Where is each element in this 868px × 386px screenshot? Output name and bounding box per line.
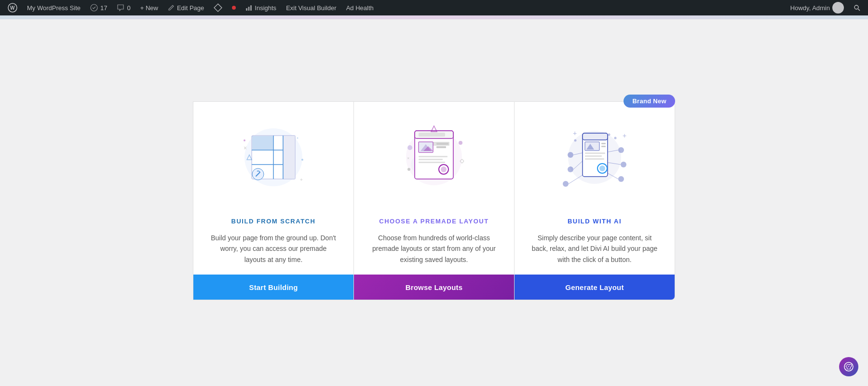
comments-item[interactable]: 0 <box>113 0 134 15</box>
svg-text:W: W <box>10 5 15 11</box>
page-wrapper: Brand New <box>0 15 868 386</box>
build-from-scratch-card: × + BUILD FROM SCRATCH Build your page f… <box>193 101 353 300</box>
status-dot <box>228 0 240 15</box>
build-with-ai-title: BUILD WITH AI <box>568 218 622 225</box>
ai-brain-icon[interactable] <box>839 357 858 376</box>
svg-rect-32 <box>436 146 446 148</box>
svg-point-50 <box>618 176 624 182</box>
svg-point-37 <box>441 166 447 172</box>
insights-item[interactable]: Insights <box>242 0 280 15</box>
browse-layouts-button[interactable]: Browse Layouts <box>354 275 514 300</box>
svg-rect-61 <box>601 143 606 144</box>
svg-rect-26 <box>419 133 445 137</box>
top-bar-decoration <box>0 15 868 19</box>
svg-text:+: + <box>573 129 577 137</box>
build-with-ai-card: + + BUILD WITH AI Simply describe your p… <box>514 101 675 300</box>
svg-point-49 <box>621 162 626 167</box>
svg-rect-5 <box>250 5 252 11</box>
svg-text:+: + <box>300 177 303 182</box>
svg-rect-35 <box>419 162 445 163</box>
svg-point-6 <box>854 5 858 9</box>
choose-premade-layout-illustration: × <box>354 102 514 208</box>
svg-rect-63 <box>585 152 605 154</box>
cards-container: Brand New <box>193 101 675 300</box>
svg-rect-62 <box>601 146 606 147</box>
svg-rect-31 <box>436 143 448 145</box>
svg-rect-64 <box>585 155 602 157</box>
svg-point-45 <box>568 152 573 158</box>
choose-premade-layout-card: × CHOOSE A PREMADE LAYOUT Choose from hu… <box>353 101 514 300</box>
svg-point-18 <box>297 137 298 138</box>
choose-premade-layout-description: Choose from hundreds of world-class prem… <box>369 233 499 265</box>
exit-visual-builder[interactable]: Exit Visual Builder <box>282 0 340 15</box>
svg-point-2 <box>91 4 97 11</box>
svg-rect-58 <box>583 133 608 140</box>
svg-rect-65 <box>585 158 604 160</box>
generate-layout-button[interactable]: Generate Layout <box>515 275 675 300</box>
svg-point-70 <box>608 133 610 136</box>
svg-point-40 <box>407 168 410 171</box>
site-name[interactable]: My WordPress Site <box>23 0 84 15</box>
build-with-ai-description: Simply describe your page content, sit b… <box>530 233 659 265</box>
svg-point-48 <box>618 147 624 153</box>
svg-point-38 <box>407 145 412 150</box>
svg-rect-13 <box>252 136 273 150</box>
new-item[interactable]: + New <box>136 0 162 15</box>
brand-new-badge: Brand New <box>624 95 675 108</box>
build-from-scratch-description: Build your page from the ground up. Don'… <box>209 233 338 265</box>
svg-rect-33 <box>419 156 448 157</box>
svg-rect-3 <box>246 8 247 11</box>
svg-point-16 <box>244 139 245 141</box>
svg-point-67 <box>599 165 605 171</box>
build-from-scratch-content: BUILD FROM SCRATCH Build your page from … <box>193 208 353 275</box>
wp-logo[interactable]: W <box>4 0 21 15</box>
svg-point-17 <box>301 159 303 161</box>
svg-text:+: + <box>623 132 626 139</box>
user-avatar <box>832 2 844 14</box>
user-greeting[interactable]: Howdy, Admin <box>787 0 848 15</box>
updates-item[interactable]: 17 <box>86 0 111 15</box>
build-from-scratch-illustration: × + <box>193 102 353 208</box>
ad-health[interactable]: Ad Health <box>342 0 378 15</box>
admin-bar: W My WordPress Site 17 0 + New Edit Page <box>0 0 868 15</box>
build-with-ai-content: BUILD WITH AI Simply describe your page … <box>515 208 675 275</box>
search-icon-item[interactable] <box>850 0 864 15</box>
edit-page-item[interactable]: Edit Page <box>164 0 208 15</box>
svg-text:×: × <box>407 156 409 161</box>
choose-premade-layout-content: CHOOSE A PREMADE LAYOUT Choose from hund… <box>354 208 514 275</box>
svg-point-47 <box>563 181 569 187</box>
adminbar-right: Howdy, Admin <box>787 0 864 15</box>
svg-text:×: × <box>244 145 247 152</box>
build-from-scratch-title: BUILD FROM SCRATCH <box>231 218 316 225</box>
svg-point-71 <box>614 137 617 139</box>
svg-point-72 <box>574 139 577 141</box>
svg-rect-4 <box>248 7 250 11</box>
choose-premade-layout-title: CHOOSE A PREMADE LAYOUT <box>379 218 488 225</box>
build-with-ai-illustration: + + <box>515 102 675 208</box>
svg-point-39 <box>459 141 462 145</box>
start-building-button[interactable]: Start Building <box>193 275 353 300</box>
svg-rect-34 <box>419 159 443 160</box>
divi-logo[interactable] <box>210 0 226 15</box>
svg-point-46 <box>568 166 573 172</box>
svg-line-7 <box>858 9 860 11</box>
